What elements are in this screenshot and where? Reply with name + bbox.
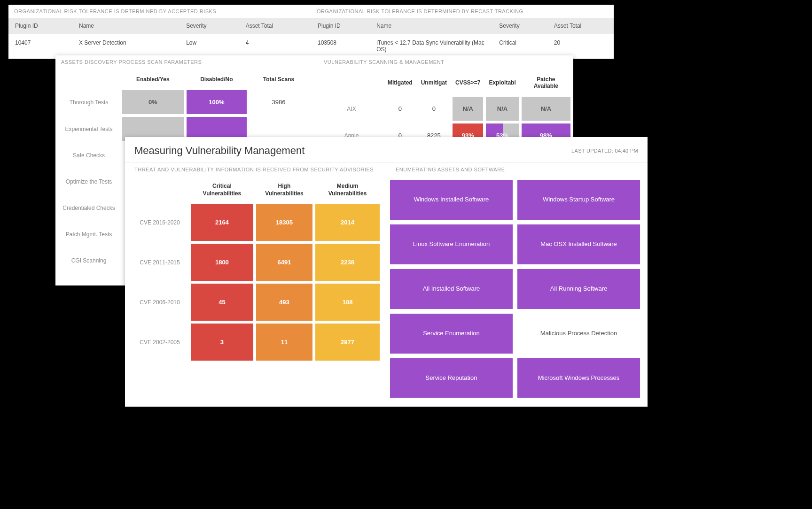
cell-name: X Server Detection <box>72 34 180 52</box>
col-exploitable: Exploitabl <box>486 71 518 94</box>
cell-medium[interactable]: 2977 <box>315 324 380 361</box>
tile-mac-osx-installed-software[interactable]: Mac OSX Installed Software <box>517 224 640 264</box>
col-disabled: Disabled/No <box>187 71 247 87</box>
cell-enabled[interactable]: 0% <box>122 90 184 114</box>
row-optimize-tests: Optimize the Tests <box>58 170 119 193</box>
panel-risk-tolerance: ORGANIZATIONAL RISK TOLERANCE IS DETERMI… <box>8 5 614 59</box>
cell-medium[interactable]: 2238 <box>315 244 380 281</box>
cell-high[interactable]: 18305 <box>256 204 312 241</box>
cell-plugin-id: 103508 <box>311 34 370 58</box>
cell-plugin-id: 10407 <box>8 34 72 52</box>
table-row: CVE 2006-2010 45 493 108 <box>132 284 380 321</box>
col-name[interactable]: Name <box>72 18 180 34</box>
col-patches: Patche Available <box>522 71 570 94</box>
last-updated-label: LAST UPDATED: 04:40 PM <box>571 148 638 154</box>
row-credentialed-checks: Credentialed Checks <box>58 196 119 220</box>
cell-critical[interactable]: 45 <box>191 284 253 321</box>
enumerating-assets-title: ENUMERATING ASSETS AND SOFTWARE <box>390 163 644 176</box>
col-severity[interactable]: Severity <box>180 18 239 34</box>
row-patch-mgmt-tests: Patch Mgmt. Tests <box>58 223 119 246</box>
cell-unmitigated: 0 <box>418 97 450 121</box>
table-row[interactable]: 10407 X Server Detection Low 4 <box>8 34 311 52</box>
row-cve-2011-2015: CVE 2011-2015 <box>132 244 188 281</box>
tile-linux-software-enumeration[interactable]: Linux Software Enumeration <box>390 224 513 264</box>
col-cvss: CVSS>=7 <box>453 71 483 94</box>
cell-severity: Low <box>180 34 239 52</box>
cell-asset-total: 20 <box>547 34 614 58</box>
recast-tracking-title: ORGANIZATIONAL RISK TOLERANCE IS DETERMI… <box>311 5 614 18</box>
table-row: AIX 0 0 N/A N/A N/A <box>321 97 570 121</box>
enumerating-assets-section: ENUMERATING ASSETS AND SOFTWARE Windows … <box>390 163 644 398</box>
table-row: CVE 2011-2015 1800 6491 2238 <box>132 244 380 281</box>
cell-medium[interactable]: 108 <box>315 284 380 321</box>
threat-info-title: THREAT AND VULNERABILITY INFORMATION IS … <box>129 163 383 176</box>
page-title: Measuring Vulnerability Management <box>134 145 304 157</box>
cell-disabled[interactable]: 100% <box>187 90 247 114</box>
recast-tracking-table: ORGANIZATIONAL RISK TOLERANCE IS DETERMI… <box>311 5 614 58</box>
cell-critical[interactable]: 1800 <box>191 244 253 281</box>
cell-mitigated: 0 <box>385 97 415 121</box>
row-cgi-scanning: CGI Scanning <box>58 249 119 272</box>
row-thorough-tests: Thorough Tests <box>58 90 119 114</box>
tile-microsoft-windows-processes[interactable]: Microsoft Windows Processes <box>517 358 640 398</box>
row-cve-2006-2010: CVE 2006-2010 <box>132 284 188 321</box>
row-cve-2002-2005: CVE 2002-2005 <box>132 324 188 361</box>
tile-all-running-software[interactable]: All Running Software <box>517 269 640 309</box>
col-medium-vulns: Medium Vulnerabilities <box>315 179 380 201</box>
col-unmitigated: Unmitigat <box>418 71 450 94</box>
table-row: CVE 2016-2020 2164 18305 2014 <box>132 204 380 241</box>
table-row: Thorough Tests 0% 100% 3986 <box>58 90 308 114</box>
cell-name: iTunes < 12.7 Data Sync Vulnerability (M… <box>370 34 492 58</box>
row-safe-checks: Safe Checks <box>58 144 119 167</box>
tile-malicious-process-detection[interactable]: Malicious Process Detection <box>517 314 640 354</box>
table-row[interactable]: 103508 iTunes < 12.7 Data Sync Vulnerabi… <box>311 34 614 58</box>
tile-all-installed-software[interactable]: All Installed Software <box>390 269 513 309</box>
cell-high[interactable]: 11 <box>256 324 312 361</box>
cell-total: 3986 <box>250 90 308 114</box>
col-plugin-id[interactable]: Plugin ID <box>311 18 370 34</box>
row-aix: AIX <box>321 97 382 121</box>
accepted-risks-table: ORGANIZATIONAL RISK TOLERANCE IS DETERMI… <box>8 5 311 58</box>
col-mitigated: Mitigated <box>385 71 415 94</box>
row-cve-2016-2020: CVE 2016-2020 <box>132 204 188 241</box>
col-name[interactable]: Name <box>370 18 492 34</box>
panel-measuring-vulnerability: Measuring Vulnerability Management LAST … <box>125 137 648 407</box>
cell-exploitable[interactable]: N/A <box>486 97 518 121</box>
col-high-vulns: High Vulnerabilities <box>256 179 312 201</box>
col-plugin-id[interactable]: Plugin ID <box>8 18 72 34</box>
cell-asset-total: 4 <box>239 34 311 52</box>
col-critical-vulns: Critical Vulnerabilities <box>191 179 253 201</box>
cell-high[interactable]: 493 <box>256 284 312 321</box>
threat-info-section: THREAT AND VULNERABILITY INFORMATION IS … <box>129 163 383 398</box>
tile-windows-installed-software[interactable]: Windows Installed Software <box>390 180 513 220</box>
row-experimental-tests: Experimental Tests <box>58 117 119 141</box>
cell-severity: Critical <box>492 34 547 58</box>
tile-windows-startup-software[interactable]: Windows Startup Software <box>517 180 640 220</box>
col-asset-total[interactable]: Asset Total <box>239 18 311 34</box>
cell-high[interactable]: 6491 <box>256 244 312 281</box>
cell-patches[interactable]: N/A <box>522 97 570 121</box>
tile-service-enumeration[interactable]: Service Enumeration <box>390 314 513 354</box>
cell-medium[interactable]: 2014 <box>315 204 380 241</box>
cell-cvss[interactable]: N/A <box>453 97 483 121</box>
cell-critical[interactable]: 2164 <box>191 204 253 241</box>
col-total-scans: Total Scans <box>250 71 308 87</box>
accepted-risks-title: ORGANIZATIONAL RISK TOLERANCE IS DETERMI… <box>8 5 311 18</box>
table-row: CVE 2002-2005 3 11 2977 <box>132 324 380 361</box>
tile-service-reputation[interactable]: Service Reputation <box>390 358 513 398</box>
col-enabled: Enabled/Yes <box>122 71 184 87</box>
vuln-scanning-title: VULNERABILITY SCANNING & MANAGEMENT <box>318 55 573 69</box>
assets-discovery-title: ASSETS DISCOVERY PROCESS SCAN PARAMETERS <box>55 55 311 69</box>
col-asset-total[interactable]: Asset Total <box>547 18 614 34</box>
col-severity[interactable]: Severity <box>492 18 547 34</box>
cell-critical[interactable]: 3 <box>191 324 253 361</box>
